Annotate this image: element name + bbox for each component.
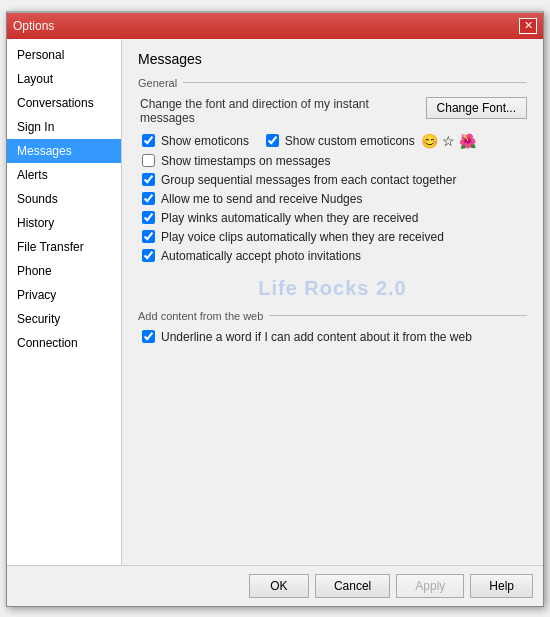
change-font-button[interactable]: Change Font... [426,97,527,119]
sidebar-item-alerts[interactable]: Alerts [7,163,121,187]
sidebar-item-phone[interactable]: Phone [7,259,121,283]
sidebar-item-messages[interactable]: Messages [7,139,121,163]
panel-title: Messages [138,51,527,67]
play-winks-row: Play winks automatically when they are r… [142,211,527,225]
play-winks-checkbox[interactable] [142,211,155,224]
footer: OK Cancel Apply Help [7,565,543,606]
general-section-label: General [138,77,527,89]
sidebar-item-conversations[interactable]: Conversations [7,91,121,115]
ok-button[interactable]: OK [249,574,309,598]
underline-word-label[interactable]: Underline a word if I can add content ab… [161,330,472,344]
apply-button[interactable]: Apply [396,574,464,598]
sidebar-item-security[interactable]: Security [7,307,121,331]
group-sequential-label[interactable]: Group sequential messages from each cont… [161,173,457,187]
sidebar-item-privacy[interactable]: Privacy [7,283,121,307]
accept-photo-label[interactable]: Automatically accept photo invitations [161,249,361,263]
main-panel: Messages General Change Font... Change t… [122,39,543,565]
general-section: General Change Font... Change the font a… [138,77,527,263]
play-voice-row: Play voice clips automatically when they… [142,230,527,244]
sidebar: Personal Layout Conversations Sign In Me… [7,39,122,565]
sidebar-item-file-transfer[interactable]: File Transfer [7,235,121,259]
show-timestamps-label[interactable]: Show timestamps on messages [161,154,330,168]
accept-photo-row: Automatically accept photo invitations [142,249,527,263]
sidebar-item-sign-in[interactable]: Sign In [7,115,121,139]
group-sequential-row: Group sequential messages from each cont… [142,173,527,187]
emoji-icons: 😊 ☆ 🌺 [421,133,476,149]
web-section-label: Add content from the web [138,310,527,322]
allow-nudges-label[interactable]: Allow me to send and receive Nudges [161,192,362,206]
emoticons-row: Show emoticons Show custom emoticons 😊 ☆… [142,133,527,149]
show-timestamps-checkbox[interactable] [142,154,155,167]
play-voice-checkbox[interactable] [142,230,155,243]
close-button[interactable]: ✕ [519,18,537,34]
group-sequential-checkbox[interactable] [142,173,155,186]
titlebar: Options ✕ [7,13,543,39]
web-section: Add content from the web Underline a wor… [138,310,527,344]
sidebar-item-personal[interactable]: Personal [7,43,121,67]
options-window: Options ✕ Personal Layout Conversations … [6,11,544,607]
content-area: Personal Layout Conversations Sign In Me… [7,39,543,565]
cancel-button[interactable]: Cancel [315,574,390,598]
timestamps-row: Show timestamps on messages [142,154,527,168]
sidebar-item-history[interactable]: History [7,211,121,235]
underline-word-checkbox[interactable] [142,330,155,343]
show-emoticons-label[interactable]: Show emoticons [161,134,249,148]
accept-photo-checkbox[interactable] [142,249,155,262]
sidebar-item-connection[interactable]: Connection [7,331,121,355]
sidebar-item-layout[interactable]: Layout [7,67,121,91]
allow-nudges-checkbox[interactable] [142,192,155,205]
sidebar-item-sounds[interactable]: Sounds [7,187,121,211]
watermark: Life Rocks 2.0 [138,277,527,300]
underline-word-row: Underline a word if I can add content ab… [142,330,527,344]
help-button[interactable]: Help [470,574,533,598]
show-emoticons-checkbox[interactable] [142,134,155,147]
allow-nudges-row: Allow me to send and receive Nudges [142,192,527,206]
font-row: Change Font... Change the font and direc… [138,97,527,133]
show-custom-emoticons-checkbox[interactable] [266,134,279,147]
show-custom-emoticons-label[interactable]: Show custom emoticons [285,134,415,148]
play-winks-label[interactable]: Play winks automatically when they are r… [161,211,418,225]
window-title: Options [13,19,54,33]
play-voice-label[interactable]: Play voice clips automatically when they… [161,230,444,244]
